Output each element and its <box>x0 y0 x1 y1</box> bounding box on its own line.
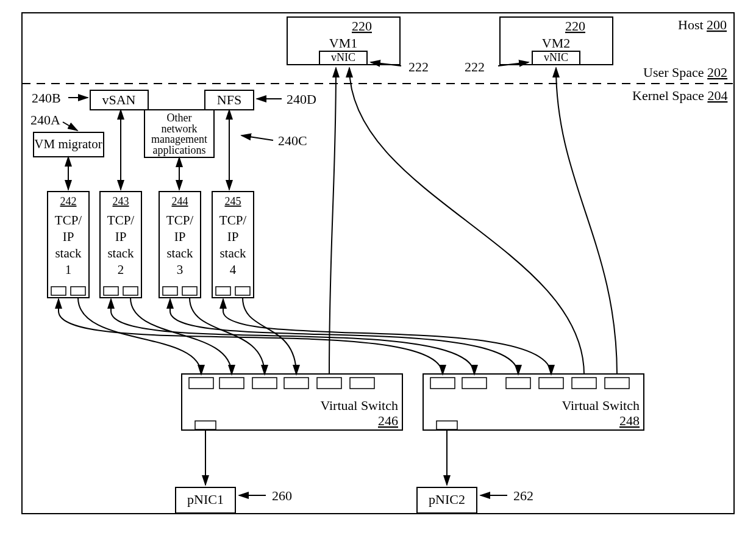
svg-text:3: 3 <box>177 262 184 277</box>
stack-to-vswitch2 <box>59 311 551 375</box>
svg-text:TCP/: TCP/ <box>166 213 194 228</box>
vswitch1: Virtual Switch 246 <box>182 374 402 430</box>
svg-rect-50 <box>284 378 308 389</box>
nfs-ref: 240D <box>287 92 316 107</box>
nfs-label: NFS <box>217 92 241 107</box>
svg-rect-22 <box>104 287 118 295</box>
vm-migrator-pointer <box>63 122 77 131</box>
other-apps-l3: management <box>151 133 207 145</box>
stack-port-arrows <box>59 299 223 311</box>
svg-text:vNIC: vNIC <box>544 51 568 63</box>
other-apps-pointer <box>241 135 273 140</box>
svg-text:244: 244 <box>172 195 188 207</box>
svg-text:stack: stack <box>166 246 193 260</box>
svg-text:220: 220 <box>352 18 372 34</box>
svg-text:IP: IP <box>174 229 186 244</box>
svg-text:1: 1 <box>65 262 72 277</box>
svg-text:vNIC: vNIC <box>331 51 355 63</box>
svg-text:Virtual Switch: Virtual Switch <box>320 398 398 413</box>
svg-text:248: 248 <box>619 413 640 428</box>
tcpip-stacks: 242 TCP/ IP stack 1 243 TCP/ IP stack 2 … <box>48 192 254 298</box>
svg-rect-61 <box>572 378 596 389</box>
vnic2-ref: 222 <box>465 59 485 74</box>
svg-text:Virtual Switch: Virtual Switch <box>562 398 640 413</box>
svg-rect-63 <box>437 421 457 429</box>
svg-rect-53 <box>195 421 216 429</box>
svg-rect-49 <box>252 378 277 389</box>
vm-migrator-ref: 240A <box>30 112 60 127</box>
kernel-space-label: Kernel Space 204 <box>632 88 727 103</box>
svg-text:243: 243 <box>113 195 129 207</box>
svg-rect-60 <box>539 378 563 389</box>
svg-rect-48 <box>219 378 244 389</box>
svg-text:242: 242 <box>60 195 77 207</box>
host-label: Host 200 <box>678 17 727 32</box>
pnic1-ref: 260 <box>272 488 292 503</box>
svg-text:220: 220 <box>565 18 585 34</box>
other-apps-l4: applications <box>153 144 206 156</box>
other-apps-l1: Other <box>167 112 192 124</box>
svg-rect-32 <box>212 192 254 298</box>
svg-text:VM1: VM1 <box>329 35 357 51</box>
svg-rect-59 <box>506 378 530 389</box>
svg-text:stack: stack <box>55 246 82 260</box>
other-apps-ref: 240C <box>278 133 307 148</box>
svg-text:stack: stack <box>219 246 246 260</box>
svg-rect-47 <box>189 378 213 389</box>
svg-text:stack: stack <box>107 246 134 260</box>
vnic1-ref: 222 <box>408 59 429 74</box>
vm2-box: 220 VM2 vNIC <box>500 17 613 65</box>
pnic1-label: pNIC1 <box>187 492 224 507</box>
svg-text:TCP/: TCP/ <box>107 213 135 228</box>
user-space-label: User Space 202 <box>643 65 727 80</box>
svg-rect-57 <box>430 378 455 389</box>
svg-rect-30 <box>163 287 177 295</box>
svg-rect-15 <box>71 287 85 295</box>
pnic2-ref: 262 <box>513 488 533 503</box>
vm2-vnic-link <box>556 68 617 375</box>
svg-text:TCP/: TCP/ <box>219 213 247 228</box>
svg-rect-14 <box>51 287 66 295</box>
svg-rect-38 <box>216 287 230 295</box>
svg-text:IP: IP <box>115 229 127 244</box>
vm1-box: 220 VM1 vNIC <box>287 17 400 65</box>
svg-rect-52 <box>350 378 374 389</box>
svg-rect-23 <box>123 287 138 295</box>
svg-rect-24 <box>159 192 201 298</box>
vm-migrator-label: VM migrator <box>34 137 102 151</box>
svg-rect-58 <box>462 378 487 389</box>
vsan-ref: 240B <box>32 90 61 106</box>
svg-text:4: 4 <box>230 262 237 277</box>
svg-text:TCP/: TCP/ <box>55 213 82 228</box>
svg-text:IP: IP <box>63 229 74 244</box>
svg-text:VM2: VM2 <box>542 35 570 51</box>
pnic2-label: pNIC2 <box>429 492 465 507</box>
svg-rect-8 <box>48 192 89 298</box>
svg-rect-62 <box>605 378 629 389</box>
svg-text:246: 246 <box>378 413 398 428</box>
vsan-label: vSAN <box>102 92 135 107</box>
svg-text:245: 245 <box>225 195 241 207</box>
svg-text:2: 2 <box>118 262 124 277</box>
svg-rect-39 <box>235 287 250 295</box>
svg-text:IP: IP <box>227 229 239 244</box>
svg-rect-51 <box>317 378 341 389</box>
vswitch2: Virtual Switch 248 <box>423 374 644 430</box>
svg-rect-16 <box>100 192 141 298</box>
vm1-vnic-links <box>329 68 584 375</box>
svg-rect-31 <box>182 287 197 295</box>
